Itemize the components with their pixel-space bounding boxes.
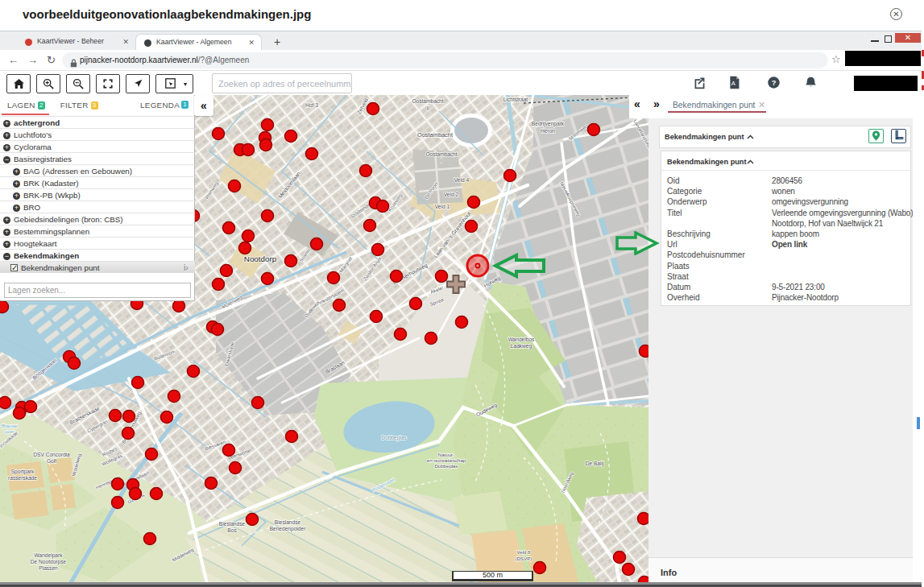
svg-text:Lichtstraat: Lichtstraat xyxy=(503,97,528,102)
svg-text:Oostambacht: Oostambacht xyxy=(425,151,457,157)
svg-text:Veld 1: Veld 1 xyxy=(435,204,450,209)
svg-text:Dobbeplas: Dobbeplas xyxy=(434,463,458,469)
svg-text:De Balij: De Balij xyxy=(586,461,604,467)
svg-text:Natuur-: Natuur- xyxy=(438,452,454,457)
svg-text:Bedrijvenpark: Bedrijvenpark xyxy=(532,121,565,127)
svg-text:Wandelbos: Wandelbos xyxy=(508,337,535,342)
svg-text:Bieslandse: Bieslandse xyxy=(219,521,246,527)
svg-text:II: II xyxy=(426,105,429,111)
svg-text:Plassen: Plassen xyxy=(39,565,58,571)
svg-text:Laakweg: Laakweg xyxy=(511,343,532,349)
svg-text:Hof 3: Hof 3 xyxy=(305,102,318,108)
svg-text:De Nootdorpse: De Nootdorpse xyxy=(31,559,67,565)
svg-text:I: I xyxy=(441,158,442,163)
svg-text:Heron: Heron xyxy=(541,128,555,134)
svg-text:Golf: Golf xyxy=(47,458,56,464)
svg-text:Veld 2: Veld 2 xyxy=(444,192,459,197)
svg-text:Oostambacht: Oostambacht xyxy=(417,131,453,138)
svg-text:Bieslandse: Bieslandse xyxy=(275,519,301,525)
svg-text:Wandelpark: Wandelpark xyxy=(35,552,64,559)
svg-text:A: A xyxy=(731,80,736,87)
svg-text:?: ? xyxy=(772,79,777,87)
svg-text:Bos: Bos xyxy=(227,527,237,533)
svg-text:Dobbeplas: Dobbeplas xyxy=(381,435,407,441)
svg-text:Nootdorp: Nootdorp xyxy=(244,254,277,263)
svg-text:(DSVP): (DSVP) xyxy=(516,556,532,561)
svg-text:Veld 4: Veld 4 xyxy=(454,177,470,183)
svg-text:DSV Concordia: DSV Concordia xyxy=(33,452,70,457)
svg-text:rasserskade: rasserskade xyxy=(8,475,37,481)
svg-text:en recreatieschap: en recreatieschap xyxy=(427,457,466,463)
svg-text:Blauwe: Blauwe xyxy=(2,423,19,428)
svg-text:Oostambacht: Oostambacht xyxy=(412,98,443,104)
svg-text:Veld 8: Veld 8 xyxy=(517,549,532,555)
svg-text:Sportpark: Sportpark xyxy=(11,469,35,475)
svg-text:Benedenpolder: Benedenpolder xyxy=(270,526,307,532)
